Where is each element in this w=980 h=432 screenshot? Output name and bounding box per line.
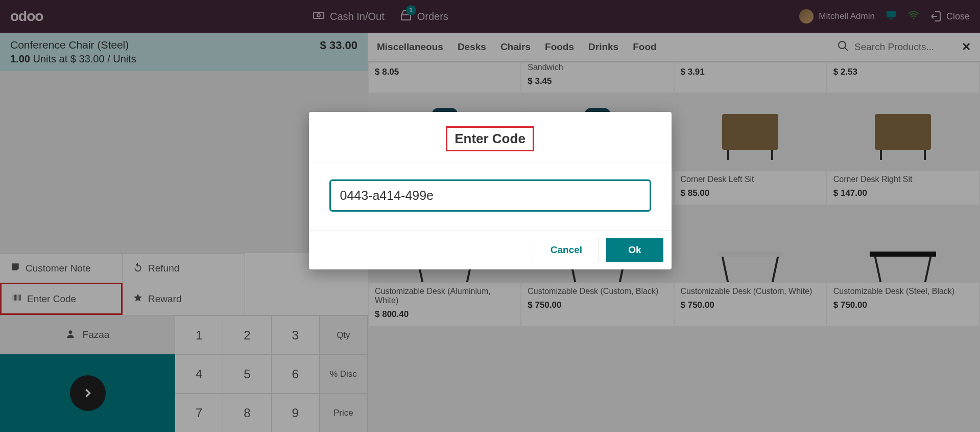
code-input[interactable] <box>329 179 651 212</box>
modal-title: Enter Code <box>446 126 534 151</box>
ok-button[interactable]: Ok <box>606 238 663 262</box>
modal-overlay[interactable]: Enter Code Cancel Ok <box>0 0 980 432</box>
modal-body <box>309 163 672 231</box>
cancel-button[interactable]: Cancel <box>534 238 599 262</box>
modal-header: Enter Code <box>309 112 672 163</box>
modal-footer: Cancel Ok <box>309 231 672 269</box>
enter-code-modal: Enter Code Cancel Ok <box>309 112 672 269</box>
